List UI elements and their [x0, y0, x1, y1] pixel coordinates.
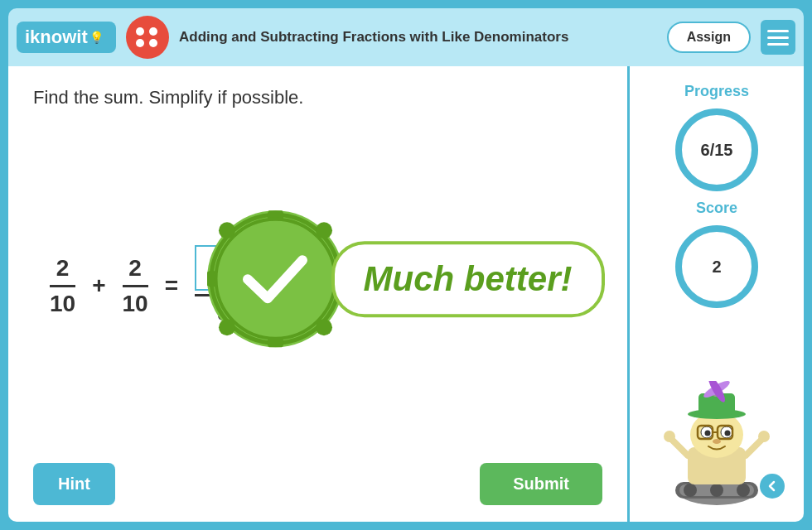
submit-button[interactable]: Submit [480, 463, 602, 505]
svg-point-16 [684, 484, 697, 497]
svg-point-28 [705, 431, 711, 436]
svg-point-17 [710, 484, 723, 497]
feedback-text: Much better! [364, 259, 573, 298]
svg-point-33 [713, 439, 721, 444]
dot1 [136, 27, 144, 36]
fraction-line-1 [50, 285, 75, 287]
header: iknowit 💡 Adding and Subtracting Fractio… [8, 8, 804, 66]
hamburger-line-1 [767, 30, 789, 32]
bottom-buttons: Hint Submit [33, 455, 602, 505]
assign-button[interactable]: Assign [667, 22, 751, 53]
fraction-2: 2 10 [123, 255, 148, 317]
feedback-bubble: Much better! [331, 241, 605, 317]
menu-button[interactable] [761, 20, 795, 55]
logo-text: iknowit [25, 26, 88, 48]
score-circle: 2 [675, 225, 758, 308]
main-content: Find the sum. Simplify if possible. 2 10… [8, 66, 804, 522]
arrow-left-icon [766, 479, 779, 493]
checkmark-svg [238, 242, 312, 316]
feedback-overlay: Much better! [207, 210, 605, 347]
numerator-1: 2 [56, 255, 70, 282]
progress-circle: 6/15 [675, 108, 758, 191]
dot4 [149, 39, 157, 47]
progress-label: Progress [684, 83, 749, 100]
hint-button[interactable]: Hint [33, 463, 115, 505]
svg-point-35 [664, 431, 675, 442]
denominator-1: 10 [50, 291, 75, 317]
progress-value: 6/15 [701, 141, 733, 160]
logo-area: iknowit 💡 [17, 22, 116, 53]
checkmark-badge [207, 210, 344, 347]
svg-line-34 [671, 439, 688, 455]
lesson-title: Adding and Subtracting Fractions with Li… [179, 28, 657, 46]
svg-point-29 [725, 431, 731, 436]
dice-dots [136, 27, 159, 47]
fraction-1: 2 10 [50, 255, 75, 317]
right-panel: Progress 6/15 Score 2 [630, 66, 804, 522]
hamburger-line-3 [767, 43, 789, 46]
dot2 [149, 27, 157, 36]
svg-point-18 [737, 484, 750, 497]
operator: + [92, 272, 105, 299]
svg-point-37 [758, 431, 770, 442]
mascot-svg [659, 381, 775, 505]
math-area: 2 10 + 2 10 = 4 5 [50, 133, 602, 438]
svg-line-36 [746, 439, 762, 455]
app-wrapper: iknowit 💡 Adding and Subtracting Fractio… [0, 0, 812, 530]
nav-arrow-button[interactable] [760, 474, 785, 499]
left-panel: Find the sum. Simplify if possible. 2 10… [8, 66, 630, 522]
fraction-line-2 [123, 285, 148, 287]
right-panel-inner: Progress 6/15 Score 2 [642, 83, 791, 505]
denominator-2: 10 [123, 291, 148, 317]
hamburger-line-2 [767, 36, 789, 39]
bulb-icon: 💡 [89, 31, 104, 44]
equals-sign: = [165, 272, 178, 299]
score-label: Score [696, 200, 737, 217]
dice-icon [126, 16, 169, 59]
score-value: 2 [712, 258, 721, 277]
numerator-2: 2 [128, 255, 142, 282]
dot3 [136, 39, 144, 47]
question-prompt: Find the sum. Simplify if possible. [33, 87, 602, 108]
